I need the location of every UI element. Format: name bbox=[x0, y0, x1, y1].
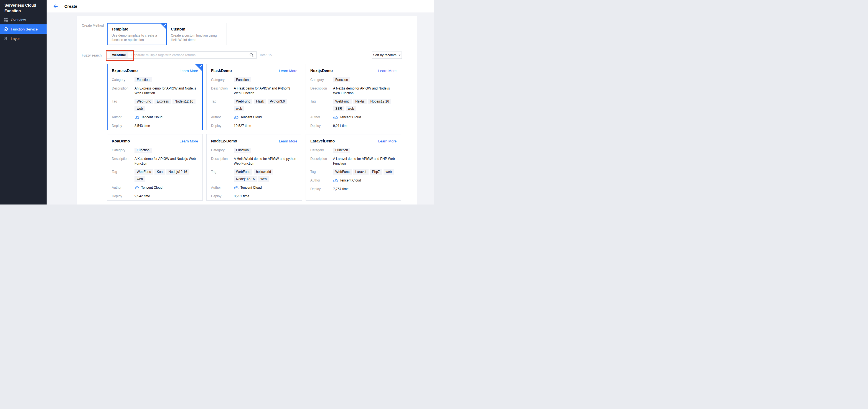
description-label: Description bbox=[211, 86, 234, 91]
topbar: Create bbox=[46, 0, 434, 12]
author-label: Author bbox=[112, 185, 134, 191]
card-author: Tencent Cloud bbox=[340, 178, 361, 183]
category-label: Category bbox=[112, 147, 134, 153]
author-label: Author bbox=[310, 178, 333, 183]
category-label: Category bbox=[310, 147, 333, 153]
description-label: Description bbox=[112, 86, 134, 91]
author-label: Author bbox=[112, 114, 134, 120]
tag-chip: Nodejs12.16 bbox=[166, 169, 189, 175]
category-chip: Function bbox=[333, 77, 350, 82]
tencent-cloud-icon bbox=[234, 186, 239, 190]
create-method-options: Template Use demo template to create a f… bbox=[107, 23, 227, 45]
selected-corner-badge bbox=[195, 64, 203, 71]
method-option-title: Template bbox=[112, 27, 162, 31]
tag-chip: web bbox=[383, 169, 394, 175]
card-title: FlaskDemo bbox=[211, 68, 232, 73]
tag-chip: Koa bbox=[154, 169, 165, 175]
tag-chip: Php7 bbox=[370, 169, 382, 175]
app-root: Serverless Cloud Function Overview Funct… bbox=[0, 0, 434, 205]
card-title: KoaDemo bbox=[112, 139, 130, 143]
back-button[interactable] bbox=[53, 4, 58, 9]
search-icon[interactable] bbox=[249, 53, 254, 57]
sidebar-item-overview[interactable]: Overview bbox=[0, 15, 46, 24]
description-label: Description bbox=[112, 156, 134, 162]
tag-label: Tag bbox=[112, 99, 134, 104]
method-option-title: Custom bbox=[171, 27, 222, 31]
category-chip: Function bbox=[234, 148, 251, 153]
card-author: Tencent Cloud bbox=[141, 114, 162, 120]
tag-chip: Python3.6 bbox=[268, 99, 287, 104]
deploy-label: Deploy bbox=[310, 186, 333, 192]
content-area: Create Method Template Use demo template… bbox=[46, 12, 434, 205]
template-card-koademo[interactable]: KoaDemo Learn More Category Function Des… bbox=[107, 134, 203, 201]
tag-chips: WebFuncKoaNodejs12.16web bbox=[134, 169, 198, 182]
sidebar-item-layer[interactable]: Layer bbox=[0, 34, 46, 43]
sidebar-item-label: Overview bbox=[11, 18, 26, 22]
tag-chip: Nextjs bbox=[353, 99, 367, 104]
template-card-laraveldemo[interactable]: LaravelDemo Learn More Category Function… bbox=[306, 134, 401, 201]
tag-chips: WebFuncExpressNodejs12.16web bbox=[134, 99, 198, 111]
tag-chip: web bbox=[346, 106, 356, 111]
search-tag-chip[interactable]: webfunc bbox=[110, 52, 128, 58]
sidebar: Serverless Cloud Function Overview Funct… bbox=[0, 0, 46, 205]
tag-chip: WebFunc bbox=[333, 169, 352, 175]
deploy-label: Deploy bbox=[112, 123, 134, 129]
card-author: Tencent Cloud bbox=[241, 185, 262, 191]
template-card-node12-demo[interactable]: Node12-Demo Learn More Category Function… bbox=[206, 134, 302, 201]
template-card-expressdemo[interactable]: ExpressDemo Learn More Category Function… bbox=[107, 64, 203, 130]
fuzzy-search-label: Fuzzy search bbox=[82, 54, 101, 57]
tag-label: Tag bbox=[211, 169, 234, 175]
tag-label: Tag bbox=[310, 99, 333, 104]
create-panel: Create Method Template Use demo template… bbox=[77, 16, 417, 205]
card-title: Node12-Demo bbox=[211, 139, 237, 143]
tag-chip: web bbox=[258, 176, 269, 182]
card-author: Tencent Cloud bbox=[141, 185, 162, 191]
create-method-option-template[interactable]: Template Use demo template to create a f… bbox=[107, 23, 167, 45]
sidebar-item-function-service[interactable]: Function Service bbox=[0, 24, 46, 34]
category-chip: Function bbox=[134, 148, 152, 153]
selected-corner-badge bbox=[160, 23, 166, 29]
tag-chip: WebFunc bbox=[333, 99, 352, 104]
tag-chips: WebFuncFlaskPython3.6web bbox=[234, 99, 297, 111]
tag-chip: Laravel bbox=[353, 169, 368, 175]
learn-more-link[interactable]: Learn More bbox=[378, 69, 397, 73]
create-method-label: Create Method bbox=[82, 24, 104, 27]
tencent-cloud-icon bbox=[234, 115, 239, 119]
create-method-option-custom[interactable]: Custom Create a custom function using He… bbox=[166, 23, 227, 45]
chevron-down-icon bbox=[399, 55, 401, 56]
grid-icon bbox=[4, 18, 8, 22]
learn-more-link[interactable]: Learn More bbox=[378, 139, 397, 143]
search-input[interactable]: webfunc Separate multiple tags with carr… bbox=[107, 51, 256, 59]
template-card-nextjsdemo[interactable]: NextjsDemo Learn More Category Function … bbox=[306, 64, 401, 130]
learn-more-link[interactable]: Learn More bbox=[180, 139, 198, 143]
learn-more-link[interactable]: Learn More bbox=[279, 139, 297, 143]
tag-chip: Nodejs12.16 bbox=[368, 99, 391, 104]
author-label: Author bbox=[310, 114, 333, 120]
template-card-flaskdemo[interactable]: FlaskDemo Learn More Category Function D… bbox=[206, 64, 302, 130]
tencent-cloud-icon bbox=[333, 179, 338, 182]
tag-label: Tag bbox=[310, 169, 333, 175]
arrow-left-icon bbox=[53, 4, 58, 9]
author-label: Author bbox=[211, 114, 234, 120]
sidebar-nav: Overview Function Service Layer bbox=[0, 15, 46, 43]
card-description: An Express demo for APIGW and Node.js We… bbox=[134, 86, 198, 96]
tag-chip: Flask bbox=[254, 99, 266, 104]
card-deploy: 9,211 time bbox=[333, 123, 348, 129]
card-description: A Nextjs demo for APIGW and Node.js Web … bbox=[333, 86, 397, 96]
card-author: Tencent Cloud bbox=[241, 114, 262, 120]
product-title: Serverless Cloud Function bbox=[0, 0, 46, 13]
category-chip: Function bbox=[234, 77, 251, 82]
card-author: Tencent Cloud bbox=[340, 114, 361, 120]
card-deploy: 8,543 time bbox=[134, 123, 150, 129]
hexagon-function-icon bbox=[4, 27, 8, 31]
card-deploy: 10,527 time bbox=[234, 123, 251, 129]
template-cards-grid: ExpressDemo Learn More Category Function… bbox=[107, 64, 401, 201]
sort-dropdown[interactable]: Sort by recomm bbox=[372, 52, 402, 59]
card-deploy: 8,951 time bbox=[234, 194, 249, 199]
learn-more-link[interactable]: Learn More bbox=[279, 69, 297, 73]
category-label: Category bbox=[211, 147, 234, 153]
tag-chip: Nodejs12.16 bbox=[234, 176, 257, 182]
total-count: Total: 15 bbox=[259, 51, 272, 59]
tag-chip: WebFunc bbox=[234, 169, 252, 175]
tag-chip: SSR bbox=[333, 106, 344, 111]
